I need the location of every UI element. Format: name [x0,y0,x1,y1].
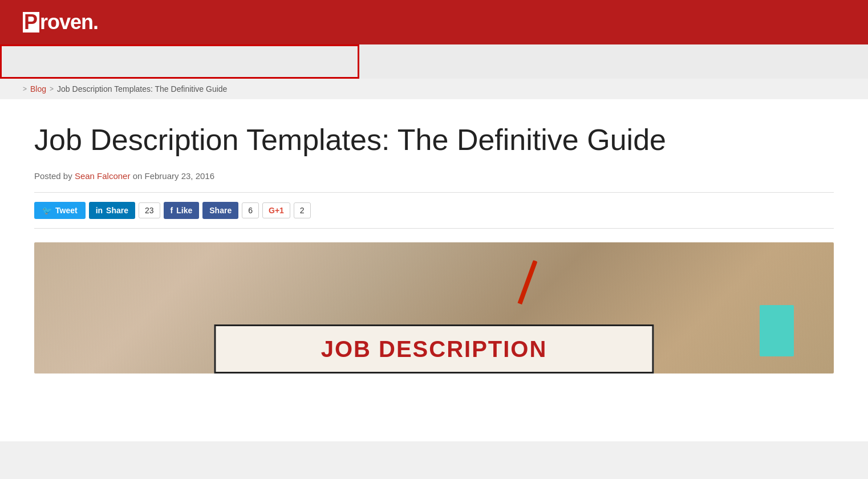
post-meta: Posted by Sean Falconer on February 23, … [34,171,834,181]
site-logo[interactable]: Proven. [23,10,98,34]
breadcrumb-current-page: Job Description Templates: The Definitiv… [57,84,227,94]
post-meta-prefix: Posted by [34,171,72,181]
logo-text: roven. [40,10,98,34]
teal-decoration [760,305,794,356]
breadcrumb-chevron-2: > [50,85,54,93]
gplus-button[interactable]: G+1 [262,202,290,218]
post-meta-suffix: on February 23, 2016 [133,171,214,181]
tweet-button[interactable]: 🐦 Tweet [34,202,86,219]
gplus-label: G+1 [269,206,284,215]
breadcrumb-chevron-1: > [23,85,27,93]
tweet-label: Tweet [55,206,78,215]
content-wrapper: Job Description Templates: The Definitiv… [0,99,868,441]
nav-container [0,44,868,79]
breadcrumb: > Blog > Job Description Templates: The … [0,79,868,99]
linkedin-share-label: Share [106,206,128,215]
image-card-text: JOB DESCRIPTION [221,338,646,360]
post-title: Job Description Templates: The Definitiv… [34,122,834,157]
site-header: Proven. [0,0,868,44]
facebook-like-button[interactable]: f Like [164,202,200,219]
divider-top [34,192,834,193]
facebook-count: 6 [242,202,259,218]
twitter-icon: 🐦 [42,206,52,215]
image-inner-card: JOB DESCRIPTION [214,324,654,374]
logo-p-letter: P [23,12,39,33]
featured-image: JOB DESCRIPTION [34,242,834,374]
facebook-like-label: Like [176,206,192,215]
author-link[interactable]: Sean Falconer [75,171,131,181]
facebook-share-label: Share [209,206,232,215]
linkedin-count: 23 [139,202,160,218]
facebook-share-button[interactable]: Share [202,202,238,219]
gplus-count: 2 [294,202,311,218]
pencil-decoration [518,260,538,305]
social-buttons-bar: 🐦 Tweet in Share 23 f Like Share 6 G+1 2 [34,202,834,219]
breadcrumb-blog-link[interactable]: Blog [30,84,46,94]
linkedin-in-text: in [96,206,103,215]
linkedin-share-button[interactable]: in Share [89,202,135,219]
divider-bottom [34,228,834,229]
nav-bar [0,44,359,79]
facebook-icon: f [171,206,173,215]
